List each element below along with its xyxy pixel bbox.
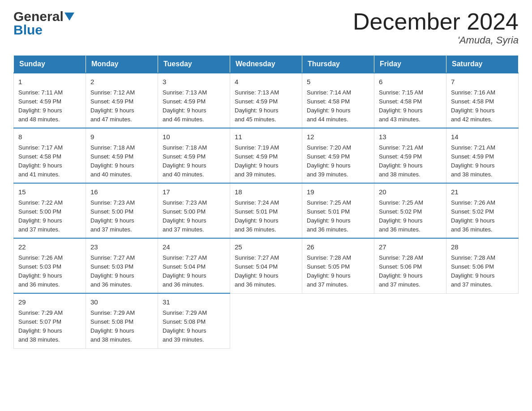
day-number: 15 bbox=[18, 187, 81, 197]
calendar-day-15: 15Sunrise: 7:22 AMSunset: 5:00 PMDayligh… bbox=[14, 183, 86, 238]
calendar-week-2: 8Sunrise: 7:17 AMSunset: 4:58 PMDaylight… bbox=[14, 128, 519, 183]
calendar-empty bbox=[446, 293, 519, 348]
logo: General Blue bbox=[13, 9, 74, 38]
calendar-week-4: 22Sunrise: 7:26 AMSunset: 5:03 PMDayligh… bbox=[14, 238, 519, 293]
day-info: Sunrise: 7:13 AMSunset: 4:59 PMDaylight:… bbox=[163, 88, 225, 124]
day-info: Sunrise: 7:23 AMSunset: 5:00 PMDaylight:… bbox=[163, 198, 225, 235]
day-info: Sunrise: 7:18 AMSunset: 4:59 PMDaylight:… bbox=[163, 143, 225, 180]
day-number: 1 bbox=[18, 77, 81, 87]
calendar-day-18: 18Sunrise: 7:24 AMSunset: 5:01 PMDayligh… bbox=[230, 183, 302, 238]
calendar-day-17: 17Sunrise: 7:23 AMSunset: 5:00 PMDayligh… bbox=[158, 183, 230, 238]
day-info: Sunrise: 7:27 AMSunset: 5:03 PMDaylight:… bbox=[90, 253, 153, 290]
day-info: Sunrise: 7:26 AMSunset: 5:02 PMDaylight:… bbox=[451, 198, 514, 235]
calendar-day-5: 5Sunrise: 7:14 AMSunset: 4:58 PMDaylight… bbox=[302, 73, 374, 128]
day-info: Sunrise: 7:29 AMSunset: 5:07 PMDaylight:… bbox=[18, 308, 81, 345]
day-info: Sunrise: 7:28 AMSunset: 5:05 PMDaylight:… bbox=[307, 253, 369, 290]
page-header: General Blue December 2024 'Amuda, Syria bbox=[13, 9, 519, 46]
calendar-day-6: 6Sunrise: 7:15 AMSunset: 4:58 PMDaylight… bbox=[374, 73, 446, 128]
day-number: 19 bbox=[307, 187, 369, 197]
calendar-day-27: 27Sunrise: 7:28 AMSunset: 5:06 PMDayligh… bbox=[374, 238, 446, 293]
calendar-day-10: 10Sunrise: 7:18 AMSunset: 4:59 PMDayligh… bbox=[158, 128, 230, 183]
calendar-day-24: 24Sunrise: 7:27 AMSunset: 5:04 PMDayligh… bbox=[158, 238, 230, 293]
calendar-day-1: 1Sunrise: 7:11 AMSunset: 4:59 PMDaylight… bbox=[14, 73, 86, 128]
day-number: 23 bbox=[90, 242, 153, 253]
day-info: Sunrise: 7:12 AMSunset: 4:59 PMDaylight:… bbox=[90, 88, 153, 124]
calendar-day-20: 20Sunrise: 7:25 AMSunset: 5:02 PMDayligh… bbox=[374, 183, 446, 238]
day-number: 14 bbox=[451, 132, 514, 142]
day-number: 7 bbox=[451, 77, 514, 87]
day-info: Sunrise: 7:21 AMSunset: 4:59 PMDaylight:… bbox=[451, 143, 514, 180]
day-info: Sunrise: 7:24 AMSunset: 5:01 PMDaylight:… bbox=[235, 198, 297, 235]
day-number: 13 bbox=[379, 132, 442, 142]
logo-general-text: General bbox=[13, 9, 64, 24]
weekday-header-wednesday: Wednesday bbox=[230, 56, 302, 73]
day-info: Sunrise: 7:21 AMSunset: 4:59 PMDaylight:… bbox=[379, 143, 442, 180]
day-info: Sunrise: 7:23 AMSunset: 5:00 PMDaylight:… bbox=[90, 198, 153, 235]
calendar-empty bbox=[230, 293, 302, 348]
weekday-header-tuesday: Tuesday bbox=[158, 56, 230, 73]
calendar-day-8: 8Sunrise: 7:17 AMSunset: 4:58 PMDaylight… bbox=[14, 128, 86, 183]
day-info: Sunrise: 7:17 AMSunset: 4:58 PMDaylight:… bbox=[18, 143, 81, 180]
calendar-day-12: 12Sunrise: 7:20 AMSunset: 4:59 PMDayligh… bbox=[302, 128, 374, 183]
day-info: Sunrise: 7:18 AMSunset: 4:59 PMDaylight:… bbox=[90, 143, 153, 180]
calendar-day-23: 23Sunrise: 7:27 AMSunset: 5:03 PMDayligh… bbox=[86, 238, 158, 293]
calendar-day-13: 13Sunrise: 7:21 AMSunset: 4:59 PMDayligh… bbox=[374, 128, 446, 183]
calendar-empty bbox=[374, 293, 446, 348]
calendar-day-3: 3Sunrise: 7:13 AMSunset: 4:59 PMDaylight… bbox=[158, 73, 230, 128]
day-number: 20 bbox=[379, 187, 442, 197]
calendar-day-4: 4Sunrise: 7:13 AMSunset: 4:59 PMDaylight… bbox=[230, 73, 302, 128]
weekday-header-row: SundayMondayTuesdayWednesdayThursdayFrid… bbox=[14, 56, 519, 73]
day-info: Sunrise: 7:14 AMSunset: 4:58 PMDaylight:… bbox=[307, 88, 369, 124]
day-number: 22 bbox=[18, 242, 81, 253]
day-number: 29 bbox=[18, 297, 81, 308]
day-number: 10 bbox=[163, 132, 225, 142]
day-number: 26 bbox=[307, 242, 369, 253]
weekday-header-saturday: Saturday bbox=[446, 56, 519, 73]
day-number: 21 bbox=[451, 187, 514, 197]
day-info: Sunrise: 7:19 AMSunset: 4:59 PMDaylight:… bbox=[235, 143, 297, 180]
day-number: 25 bbox=[235, 242, 297, 253]
calendar-empty bbox=[302, 293, 374, 348]
day-number: 3 bbox=[163, 77, 225, 87]
calendar-day-14: 14Sunrise: 7:21 AMSunset: 4:59 PMDayligh… bbox=[446, 128, 519, 183]
calendar-day-19: 19Sunrise: 7:25 AMSunset: 5:01 PMDayligh… bbox=[302, 183, 374, 238]
month-title: December 2024 bbox=[353, 9, 519, 34]
calendar-day-22: 22Sunrise: 7:26 AMSunset: 5:03 PMDayligh… bbox=[14, 238, 86, 293]
day-info: Sunrise: 7:16 AMSunset: 4:58 PMDaylight:… bbox=[451, 88, 514, 124]
calendar-day-30: 30Sunrise: 7:29 AMSunset: 5:08 PMDayligh… bbox=[86, 293, 158, 348]
day-info: Sunrise: 7:11 AMSunset: 4:59 PMDaylight:… bbox=[18, 88, 81, 124]
calendar-week-1: 1Sunrise: 7:11 AMSunset: 4:59 PMDaylight… bbox=[14, 73, 519, 128]
weekday-header-sunday: Sunday bbox=[14, 56, 86, 73]
day-number: 28 bbox=[451, 242, 514, 253]
svg-marker-0 bbox=[64, 13, 74, 21]
day-number: 30 bbox=[90, 297, 153, 308]
day-number: 12 bbox=[307, 132, 369, 142]
day-number: 8 bbox=[18, 132, 81, 142]
day-info: Sunrise: 7:29 AMSunset: 5:08 PMDaylight:… bbox=[163, 308, 225, 345]
day-info: Sunrise: 7:29 AMSunset: 5:08 PMDaylight:… bbox=[90, 308, 153, 345]
day-info: Sunrise: 7:13 AMSunset: 4:59 PMDaylight:… bbox=[235, 88, 297, 124]
location-title: 'Amuda, Syria bbox=[353, 34, 519, 46]
calendar-day-21: 21Sunrise: 7:26 AMSunset: 5:02 PMDayligh… bbox=[446, 183, 519, 238]
day-number: 31 bbox=[163, 297, 225, 308]
calendar-day-26: 26Sunrise: 7:28 AMSunset: 5:05 PMDayligh… bbox=[302, 238, 374, 293]
day-info: Sunrise: 7:27 AMSunset: 5:04 PMDaylight:… bbox=[235, 253, 297, 290]
day-info: Sunrise: 7:22 AMSunset: 5:00 PMDaylight:… bbox=[18, 198, 81, 235]
day-number: 18 bbox=[235, 187, 297, 197]
day-info: Sunrise: 7:28 AMSunset: 5:06 PMDaylight:… bbox=[451, 253, 514, 290]
day-number: 5 bbox=[307, 77, 369, 87]
day-info: Sunrise: 7:25 AMSunset: 5:01 PMDaylight:… bbox=[307, 198, 369, 235]
calendar-day-2: 2Sunrise: 7:12 AMSunset: 4:59 PMDaylight… bbox=[86, 73, 158, 128]
calendar-week-5: 29Sunrise: 7:29 AMSunset: 5:07 PMDayligh… bbox=[14, 293, 519, 348]
day-info: Sunrise: 7:20 AMSunset: 4:59 PMDaylight:… bbox=[307, 143, 369, 180]
day-info: Sunrise: 7:25 AMSunset: 5:02 PMDaylight:… bbox=[379, 198, 442, 235]
calendar-week-3: 15Sunrise: 7:22 AMSunset: 5:00 PMDayligh… bbox=[14, 183, 519, 238]
day-number: 27 bbox=[379, 242, 442, 253]
logo-blue-text: Blue bbox=[13, 22, 74, 38]
calendar-day-25: 25Sunrise: 7:27 AMSunset: 5:04 PMDayligh… bbox=[230, 238, 302, 293]
day-info: Sunrise: 7:15 AMSunset: 4:58 PMDaylight:… bbox=[379, 88, 442, 124]
day-number: 11 bbox=[235, 132, 297, 142]
calendar-day-31: 31Sunrise: 7:29 AMSunset: 5:08 PMDayligh… bbox=[158, 293, 230, 348]
calendar-day-28: 28Sunrise: 7:28 AMSunset: 5:06 PMDayligh… bbox=[446, 238, 519, 293]
weekday-header-monday: Monday bbox=[86, 56, 158, 73]
